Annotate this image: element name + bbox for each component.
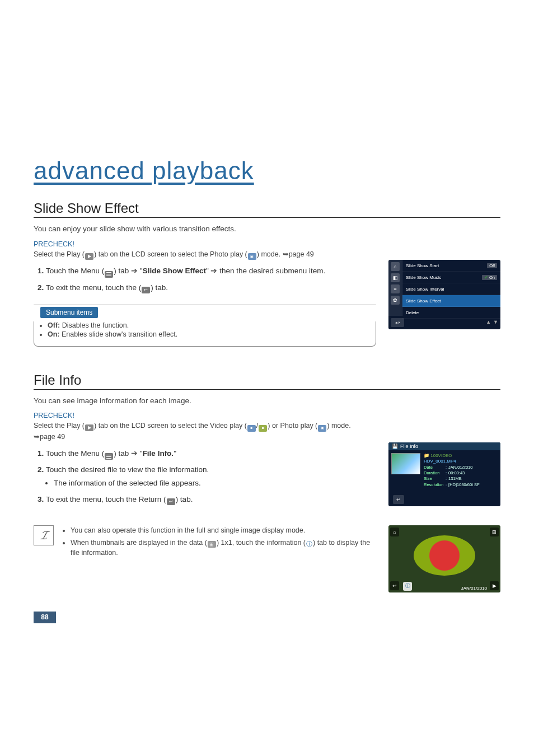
play-icon: ▶ bbox=[85, 253, 93, 260]
lcd-return-icon: ↩ bbox=[393, 495, 404, 504]
precheck-label-2: PRECHECK! bbox=[34, 412, 500, 419]
menu-icon bbox=[105, 271, 113, 278]
lcd-return-icon: ↩ bbox=[391, 318, 404, 327]
menu-icon bbox=[105, 453, 113, 460]
list-icon: ≡ bbox=[391, 284, 400, 293]
precheck-text-1: Select the Play (▶) tab on the LCD scree… bbox=[34, 249, 500, 260]
data-grid-icon bbox=[208, 541, 216, 548]
lcd-slide-show-menu: ⌂ ◧ ≡ ✿ Slide Show StartOff Slide Show M… bbox=[388, 260, 500, 329]
steps-list-1: Touch the Menu () tab ➔ "Slide Show Effe… bbox=[34, 265, 376, 293]
section-heading-slide-show-effect: Slide Show Effect bbox=[34, 200, 500, 218]
lcd-photo-preview: ⌂ ↩ ⊞ ▶ ⓘ JAN/01/2010 bbox=[388, 525, 500, 592]
gear-icon: ✿ bbox=[391, 296, 400, 305]
steps-list-2: Touch the Menu () tab ➔ "File Info." Tou… bbox=[34, 448, 376, 505]
grid-icon: ⊞ bbox=[490, 528, 499, 536]
intro-text: You can enjoy your slide show with vario… bbox=[34, 223, 500, 235]
precheck-text-2: Select the Play (▶) tab on the LCD scree… bbox=[34, 421, 500, 442]
folder-icon: 📁 bbox=[424, 453, 429, 458]
file-thumbnail bbox=[391, 453, 420, 474]
note-icon: 𝓘 bbox=[34, 525, 54, 545]
submenu-box: Submenu items Off: Disables the function… bbox=[34, 299, 376, 347]
home-icon: ⌂ bbox=[391, 262, 400, 271]
photo-play-icon bbox=[248, 253, 256, 260]
return-icon bbox=[142, 287, 150, 293]
video-play-sd-icon bbox=[259, 425, 267, 432]
card-icon: 💾 bbox=[392, 444, 398, 449]
page-number: 88 bbox=[34, 612, 56, 623]
return-icon: ↩ bbox=[390, 581, 399, 590]
mode-icon: ◧ bbox=[391, 273, 400, 282]
info-icon: ⓘ bbox=[403, 582, 412, 591]
play-icon: ▶ bbox=[85, 424, 93, 431]
return-icon bbox=[167, 498, 175, 505]
note-text: You can also operate this function in th… bbox=[62, 525, 381, 561]
section-heading-file-info: File Info bbox=[34, 372, 500, 390]
info-icon bbox=[306, 541, 312, 548]
intro-text-2: You can see image information for each i… bbox=[34, 395, 500, 407]
home-icon: ⌂ bbox=[390, 528, 399, 536]
page-title: advanced playback bbox=[34, 157, 500, 185]
precheck-label: PRECHECK! bbox=[34, 240, 500, 248]
photo-play-icon bbox=[318, 425, 326, 432]
lcd-file-info: 💾File Info 📁 100VIDEOHDV_0001.MP4 Date:J… bbox=[388, 442, 500, 506]
submenu-heading: Submenu items bbox=[40, 307, 98, 318]
video-play-hd-icon bbox=[247, 425, 256, 432]
